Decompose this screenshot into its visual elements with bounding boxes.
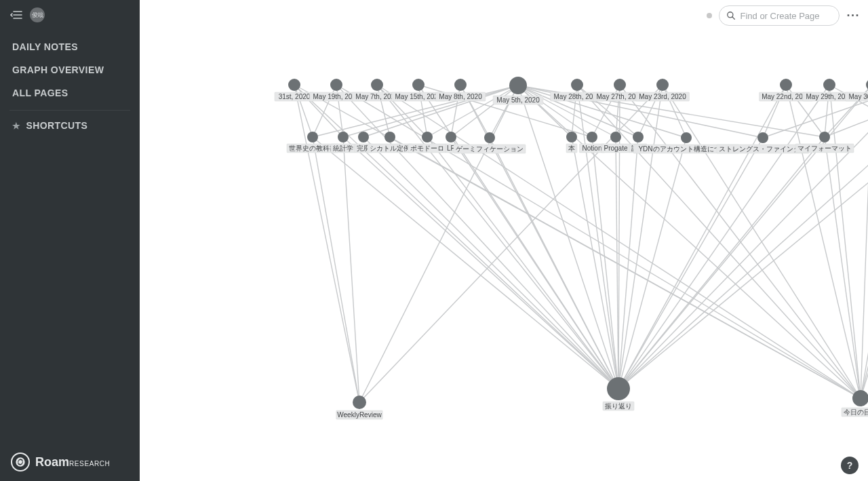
graph-node-circle[interactable]: [384, 132, 395, 142]
graph-node[interactable]: シカトル定例: [368, 132, 412, 153]
graph-node[interactable]: ポモドーロ: [408, 132, 446, 153]
graph-node[interactable]: WeeklyReview: [336, 396, 382, 419]
graph-node-label: 本: [568, 145, 575, 152]
graph-edge: [618, 85, 829, 389]
graph-node-circle[interactable]: [422, 132, 433, 142]
star-icon: ★: [12, 121, 20, 131]
shortcuts-label: SHORTCUTS: [26, 120, 87, 131]
nav-all-pages[interactable]: ALL PAGES: [0, 81, 140, 104]
graph-node-label: ゲーミフィケーション: [456, 145, 524, 153]
graph-node-label: May 5th, 2020: [496, 96, 540, 104]
graph-node-circle[interactable]: [509, 77, 527, 94]
graph-node[interactable]: 世界史の教科書: [287, 132, 338, 153]
graph-node[interactable]: May 8th, 2020: [435, 79, 486, 101]
graph-node[interactable]: ゲーミフィケーション: [454, 132, 526, 153]
graph-node-label: May 15th, 2020: [395, 93, 442, 100]
graph-node-label: May 8th, 2020: [439, 93, 482, 100]
graph-canvas[interactable]: 31st, 2020May 19th, 2020May 7th, 2020May…: [140, 0, 868, 481]
graph-node[interactable]: Progate: [601, 132, 630, 153]
graph-node-circle[interactable]: [288, 79, 300, 91]
graph-node-circle[interactable]: [484, 132, 495, 143]
sidebar-nav: DAILY NOTES GRAPH OVERVIEW ALL PAGES: [0, 30, 140, 107]
graph-edge: [490, 138, 618, 389]
graph-node-label: シカトル定例: [370, 145, 410, 152]
menu-toggle-icon[interactable]: [9, 8, 23, 22]
graph-edge: [336, 85, 618, 389]
shortcuts-header[interactable]: ★ SHORTCUTS: [0, 112, 140, 139]
topbar: Find or Create Page ···: [707, 5, 860, 26]
graph-edge: [359, 85, 518, 402]
graph-edge: [829, 85, 861, 398]
logo-icon: [11, 453, 30, 472]
sync-status-dot: [707, 13, 712, 18]
graph-edge: [861, 85, 868, 398]
graph-node-circle[interactable]: [571, 79, 583, 91]
help-button[interactable]: ?: [841, 457, 859, 474]
graph-node-circle[interactable]: [446, 132, 456, 142]
graph-node-label: マイフォーマット: [797, 145, 852, 152]
graph-node-circle[interactable]: [823, 79, 835, 91]
graph-node-circle[interactable]: [338, 132, 349, 142]
nav-graph-overview[interactable]: GRAPH OVERVIEW: [0, 58, 140, 81]
graph-node-circle[interactable]: [614, 79, 626, 91]
nav-daily-notes[interactable]: DAILY NOTES: [0, 35, 140, 58]
graph-node-circle[interactable]: [607, 377, 630, 400]
nav-divider: [9, 110, 130, 111]
more-menu-icon[interactable]: ···: [846, 9, 860, 23]
graph-edge: [313, 137, 618, 389]
graph-node-circle[interactable]: [819, 132, 830, 142]
graph-node-label: May 30th, 2020: [849, 93, 868, 100]
graph-node-circle[interactable]: [353, 396, 366, 409]
main: Find or Create Page ··· 31st, 2020May 19…: [140, 0, 868, 481]
graph-node-circle[interactable]: [633, 132, 644, 142]
logo-text: RoamRESEARCH: [35, 455, 110, 469]
graph-node-circle[interactable]: [852, 390, 868, 406]
graph-node-circle[interactable]: [587, 132, 597, 142]
graph-node[interactable]: 本: [566, 132, 577, 153]
graph-edge: [663, 85, 861, 398]
graph-edge: [861, 85, 868, 398]
graph-node[interactable]: May 30th, 2020: [846, 79, 868, 101]
graph-node-label: 31st, 2020: [279, 93, 311, 100]
graph-node-circle[interactable]: [454, 79, 467, 91]
graph-node-circle[interactable]: [780, 79, 792, 91]
sidebar: 俊哉 DAILY NOTES GRAPH OVERVIEW ALL PAGES …: [0, 0, 140, 481]
graph-edge: [451, 137, 618, 389]
avatar[interactable]: 俊哉: [30, 7, 45, 22]
graph-node-label: 今日の目標: [844, 408, 868, 416]
graph-node-label: May 23rd, 2020: [639, 93, 686, 100]
graph-node-circle[interactable]: [358, 132, 369, 142]
graph-node-label: Notion: [583, 145, 602, 152]
graph-node-label: WeeklyReview: [337, 411, 382, 419]
graph-node-label: 振り返り: [605, 402, 632, 410]
graph-node[interactable]: ストレングス・ファインダー: [717, 132, 809, 153]
graph-node[interactable]: May 23rd, 2020: [636, 79, 690, 101]
graph-node[interactable]: マイフォーマット: [795, 132, 854, 153]
graph-edge: [592, 137, 618, 389]
search-input[interactable]: Find or Create Page: [719, 5, 840, 26]
graph-node-circle[interactable]: [307, 132, 318, 142]
graph-node-circle[interactable]: [610, 132, 621, 142]
graph-edge: [363, 137, 618, 389]
graph-edge: [390, 137, 861, 398]
graph-node[interactable]: 振り返り: [603, 377, 634, 410]
graph-node-circle[interactable]: [757, 132, 768, 143]
graph-node[interactable]: 31st, 2020: [275, 79, 314, 101]
graph-node-label: ポモドーロ: [410, 145, 444, 152]
graph-node-circle[interactable]: [371, 79, 383, 91]
graph-node-label: ストレングス・ファインダー: [719, 145, 807, 153]
graph-node-label: 世界史の教科書: [289, 145, 336, 152]
logo[interactable]: RoamRESEARCH: [11, 453, 110, 472]
graph-node-circle[interactable]: [656, 79, 669, 91]
graph-edge: [313, 137, 359, 402]
search-placeholder: Find or Create Page: [740, 11, 819, 21]
graph-node-label: 統計学: [333, 145, 353, 152]
graph-node-label: Progate: [604, 145, 627, 152]
graph-node-circle[interactable]: [330, 79, 342, 91]
graph-edge: [861, 85, 868, 398]
sidebar-top: 俊哉: [0, 0, 140, 30]
graph-node-circle[interactable]: [412, 79, 425, 91]
graph-node[interactable]: 今日の目標: [842, 390, 868, 417]
graph-node-circle[interactable]: [681, 132, 692, 143]
graph-node-circle[interactable]: [566, 132, 577, 142]
